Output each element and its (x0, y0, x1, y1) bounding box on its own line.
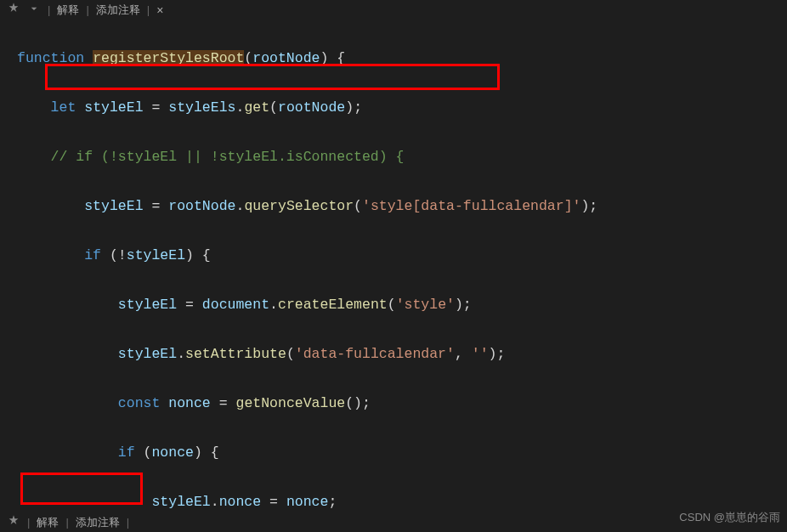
close-icon[interactable]: × (156, 3, 163, 17)
annotate-action[interactable]: 添加注释 (96, 3, 140, 18)
code-line: if (nonce) { (17, 440, 787, 465)
code-line: styleEl = document.createElement('style'… (17, 292, 787, 317)
bottom-code-lens: | 解释 | 添加注释 | (0, 512, 136, 532)
separator: | (48, 3, 50, 16)
code-lens-toolbar: | 解释 | 添加注释 | × (0, 0, 787, 20)
explain-action[interactable]: 解释 (57, 3, 79, 18)
chevron-down-icon[interactable] (27, 2, 41, 18)
code-editor[interactable]: function registerStylesRoot(rootNode) { … (0, 20, 787, 532)
separator: | (147, 3, 150, 16)
separator: | (86, 3, 88, 16)
annotate-action-bottom[interactable]: 添加注释 (76, 515, 120, 530)
explain-action-bottom[interactable]: 解释 (37, 515, 59, 530)
code-line: let styleEl = styleEls.get(rootNode); (17, 95, 787, 120)
separator: | (65, 516, 68, 529)
separator: | (127, 516, 129, 529)
ai-icon (7, 514, 20, 530)
code-line: const nonce = getNonceValue(); (17, 391, 787, 416)
separator: | (27, 516, 30, 529)
code-line: styleEl.nonce = nonce; (17, 490, 787, 514)
code-line: // if (!styleEl || !styleEl.isConnected)… (17, 144, 787, 169)
code-line: function registerStylesRoot(rootNode) { (17, 46, 787, 71)
code-line: if (!styleEl) { (17, 243, 787, 268)
code-line: styleEl = rootNode.querySelector('style[… (17, 194, 787, 218)
watermark: CSDN @崽崽的谷雨 (679, 510, 780, 525)
code-line: styleEl.setAttribute('data-fullcalendar'… (17, 342, 787, 366)
ai-icon (7, 2, 20, 18)
